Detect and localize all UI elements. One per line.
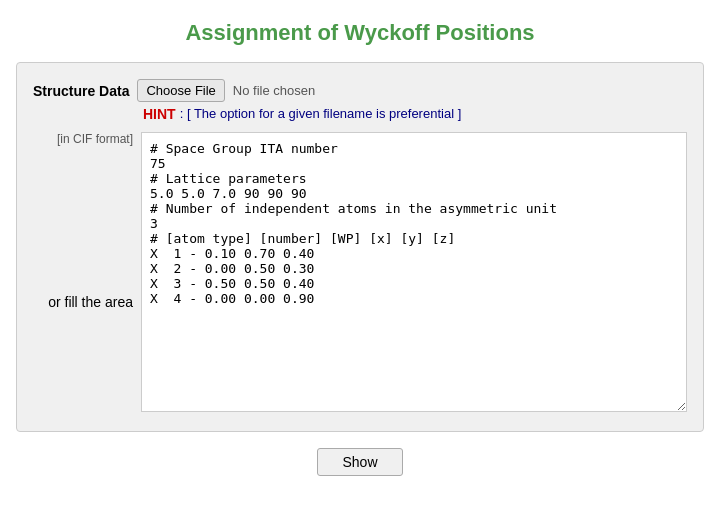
- no-file-text: No file chosen: [233, 83, 315, 98]
- main-panel: Structure Data Choose File No file chose…: [16, 62, 704, 432]
- structure-data-label: Structure Data: [33, 83, 129, 99]
- structure-data-row: Structure Data Choose File No file chose…: [33, 79, 687, 102]
- or-fill-area-label: or fill the area: [33, 286, 133, 310]
- page-title: Assignment of Wyckoff Positions: [0, 0, 720, 62]
- choose-file-button[interactable]: Choose File: [137, 79, 224, 102]
- textarea-wrapper: [141, 132, 687, 415]
- middle-row: [in CIF format] or fill the area: [33, 132, 687, 415]
- left-labels: [in CIF format] or fill the area: [33, 132, 133, 310]
- hint-row: HINT : [ The option for a given filename…: [143, 106, 687, 122]
- hint-label: HINT: [143, 106, 176, 122]
- show-button-row: Show: [0, 448, 720, 476]
- cif-textarea[interactable]: [141, 132, 687, 412]
- hint-text: : [ The option for a given filename is p…: [180, 106, 462, 121]
- show-button[interactable]: Show: [317, 448, 402, 476]
- in-cif-format-label: [in CIF format]: [33, 132, 133, 146]
